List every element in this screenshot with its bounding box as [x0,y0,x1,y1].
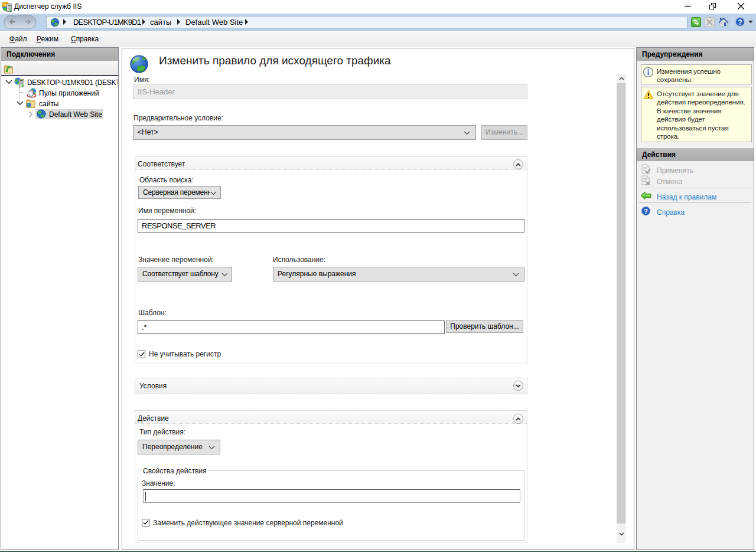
svg-text:?: ? [738,18,742,27]
svg-text:?: ? [644,208,648,215]
